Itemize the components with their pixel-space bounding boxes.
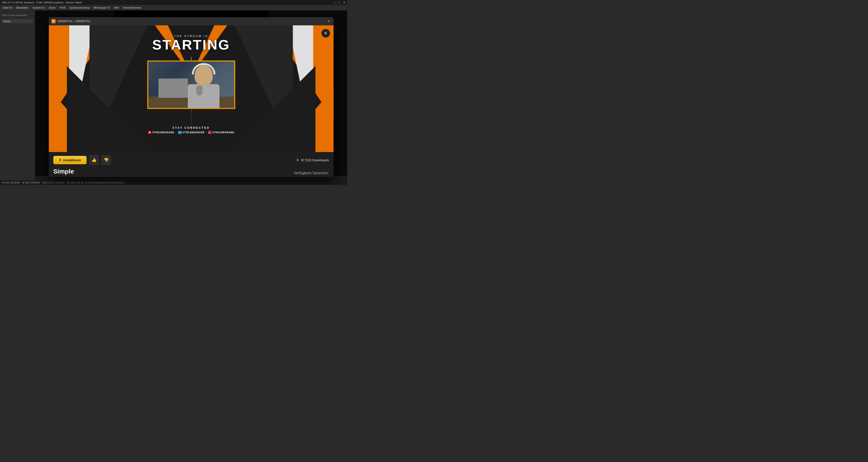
modal-icon-text: O (53, 20, 55, 23)
install-label: Installieren (63, 158, 81, 162)
modal-body: THE STREAM IS STARTING (49, 25, 334, 177)
live-status: LIVE: 00:00:00 (2, 181, 20, 184)
social-instagram: STREAMERNAME (208, 131, 235, 134)
cpu-text: CPU: 0.2%, 30.00 fps (42, 181, 64, 184)
modal-close-button[interactable]: ✕ (327, 19, 331, 24)
twitter-icon (178, 131, 182, 134)
obs-main: Keine Quelle ausgewählt Scene O OWN3D Pr… (0, 10, 347, 180)
stream-graphic: THE STREAM IS STARTING (49, 25, 334, 152)
instagram-name: STREAMERNAME (212, 131, 235, 134)
status-bar: LIVE: 00:00:00 REC: 00:00:00 CPU: 0.2%, … (0, 180, 347, 185)
pack-name: Simple (53, 168, 74, 175)
social-bar: STAY CONNECTED STREAMERNAME STREAMERNAME (49, 126, 334, 134)
minimize-button[interactable]: — (334, 1, 336, 4)
download-count: ⬇ 97.529 Downloads (296, 158, 329, 162)
instagram-icon (208, 131, 211, 134)
preview-area: THE STREAM IS STARTING (49, 25, 334, 152)
rec-status: REC: 00:00:00 (22, 181, 40, 184)
stay-connected-text: STAY CONNECTED (49, 126, 334, 129)
menu-werkzeuge[interactable]: Werkzeuge (T) (92, 6, 112, 9)
title-bar: OBS 27.2.4 (64-bit, windows) - Profil: O… (0, 0, 347, 5)
live-text: LIVE: 00:00:00 (4, 181, 20, 184)
modal-title: OWN3D Pro – OWN3D.Pro (57, 20, 91, 23)
menu-hilfe[interactable]: Hilfe (112, 6, 121, 9)
menu-bearbeiten[interactable]: Bearbeiten (15, 6, 30, 9)
menu-docks[interactable]: Docks (47, 6, 58, 9)
menu-streamelements[interactable]: StreamElements (121, 6, 143, 9)
twitter-name: STREAMERNAME (183, 131, 205, 134)
menu-profil[interactable]: Profil (58, 6, 67, 9)
youtube-name: STREAMERNAME (152, 131, 175, 134)
webcam-preview (147, 60, 235, 109)
install-icon: ⬇ (59, 158, 61, 162)
downloads-text: 97.529 Downloads (301, 158, 329, 162)
title-bar-text: OBS 27.2.4 (64-bit, windows) - Profil: O… (2, 1, 82, 4)
stream-main-title: STARTING (49, 38, 334, 52)
thumbdown-icon: 👎 (104, 157, 109, 163)
menu-bar: Datei (F) Bearbeiten Ansicht (V) Docks P… (0, 5, 347, 10)
own3d-modal: O OWN3D Pro – OWN3D.Pro ✕ (49, 17, 334, 177)
menu-szenensammlung[interactable]: Szenensammlung (68, 6, 91, 9)
maximize-button[interactable]: □ (338, 1, 341, 4)
social-twitter: STREAMERNAME (178, 131, 205, 134)
webcam-border-inner (148, 61, 235, 108)
stream-text-area: THE STREAM IS STARTING (49, 34, 334, 52)
youtube-icon (148, 131, 151, 134)
left-sidebar: Keine Quelle ausgewählt Scene (0, 10, 35, 180)
no-source-label: Keine Quelle ausgewählt (2, 14, 33, 17)
action-bar: ⬇ Installieren 👍 👎 ⬇ 97.529 Downloads (49, 152, 334, 168)
languages-label: Verfügbare Sprachen: (294, 171, 329, 175)
thumbup-icon: 👍 (92, 157, 96, 163)
bottom-info: Simple Verfügbare Sprachen: (49, 168, 334, 177)
window-controls: — □ ✕ (334, 1, 345, 4)
se-text: SE.Live Core ver. 22.9.8.69 powered by S… (67, 181, 124, 184)
social-youtube: STREAMERNAME (148, 131, 175, 134)
close-window-button[interactable]: ✕ (343, 1, 345, 4)
rec-text: REC: 00:00:00 (25, 181, 40, 184)
thumbup-button[interactable]: 👍 (89, 155, 99, 165)
download-icon: ⬇ (296, 158, 299, 162)
rec-dot (22, 182, 24, 183)
modal-overlay: O OWN3D Pro – OWN3D.Pro ✕ (35, 10, 347, 176)
install-button[interactable]: ⬇ Installieren (53, 156, 87, 164)
menu-datei[interactable]: Datei (F) (1, 6, 14, 9)
obs-preview: O OWN3D Pro – OWN3D.Pro ✕ (35, 10, 347, 180)
social-icons: STREAMERNAME STREAMERNAME STREAMERNAME (49, 131, 334, 134)
live-dot (2, 182, 4, 183)
thumbdown-button[interactable]: 👎 (101, 155, 111, 165)
graphic-close-button[interactable]: ✕ (321, 29, 330, 37)
own3d-icon: O (52, 19, 56, 23)
modal-titlebar: O OWN3D Pro – OWN3D.Pro ✕ (49, 17, 334, 25)
menu-ansicht[interactable]: Ansicht (V) (31, 6, 46, 9)
scene-item[interactable]: Scene (2, 19, 33, 23)
